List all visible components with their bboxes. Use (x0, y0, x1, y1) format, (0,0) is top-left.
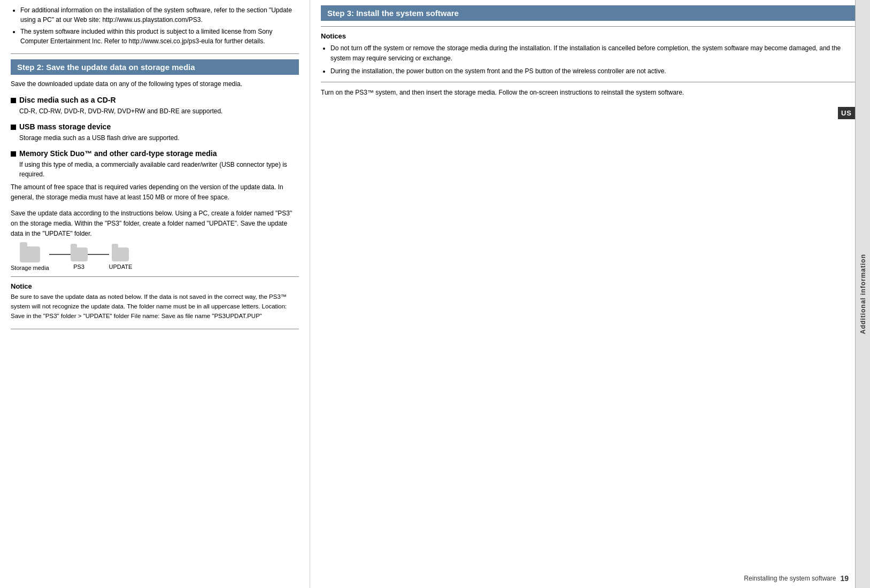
folder-label-storage: Storage media (11, 265, 49, 271)
page-footer: Reinstalling the system software 19 (744, 574, 849, 583)
folder-icon-update (112, 247, 129, 261)
folder-label-ps3: PS3 (73, 264, 84, 270)
sidebar-tab-text: Additional information (859, 254, 867, 334)
sidebar-tab: Additional information (855, 0, 870, 588)
body-text-1: The amount of free space that is require… (11, 182, 299, 203)
page-label: Reinstalling the system software (744, 575, 836, 582)
section2-sub: Storage media such as a USB flash drive … (19, 133, 299, 143)
section3-heading: Memory Stick Duo™ and other card-type st… (11, 149, 299, 158)
step3-banner: Step 3: Install the system software (321, 5, 859, 21)
divider-right-2 (321, 82, 859, 82)
intro-bullets: For additional information on the instal… (11, 5, 299, 46)
connector-2 (88, 254, 109, 255)
right-notices: Do not turn off the system or remove the… (321, 43, 859, 76)
bullet-icon-2 (11, 125, 16, 130)
notice-title: Notice (11, 282, 299, 290)
folder-item-storage: Storage media (11, 246, 49, 271)
intro-bullet-1: For additional information on the instal… (20, 5, 299, 25)
body-text-2: Save the update data according to the in… (11, 208, 299, 239)
section3-heading-text: Memory Stick Duo™ and other card-type st… (19, 149, 217, 158)
divider-1 (11, 53, 299, 54)
main-content: For additional information on the instal… (0, 0, 870, 588)
section2-heading-text: USB mass storage device (19, 122, 111, 131)
page-number: 19 (840, 574, 849, 583)
folder-diagram: Storage media PS3 UPDATE (11, 246, 299, 271)
notices-heading: Notices (321, 32, 859, 40)
intro-bullet-2: The system software included within this… (20, 27, 299, 46)
closing-text: Turn on the PS3™ system, and then insert… (321, 88, 859, 98)
divider-2 (11, 276, 299, 277)
connector-1 (49, 254, 71, 255)
section1-sub: CD-R, CD-RW, DVD-R, DVD-RW, DVD+RW and B… (19, 106, 299, 116)
folder-icon-storage (20, 246, 40, 262)
section2-heading: USB mass storage device (11, 122, 299, 131)
folder-icon-ps3 (71, 247, 88, 261)
us-badge: US (838, 107, 855, 119)
bullet-icon-3 (11, 151, 16, 157)
section1-heading: Disc media such as a CD-R (11, 96, 299, 104)
section3-sub: If using this type of media, a commercia… (19, 160, 299, 179)
notice-body: Be sure to save the update data as noted… (11, 292, 299, 321)
notice-section: Notice Be sure to save the update data a… (11, 282, 299, 321)
folder-label-update: UPDATE (109, 264, 133, 270)
intro-text: Save the downloaded update data on any o… (11, 79, 299, 89)
step2-banner: Step 2: Save the update data on storage … (11, 59, 299, 75)
right-column: Step 3: Install the system software Noti… (310, 0, 870, 588)
bullet-icon-1 (11, 98, 16, 103)
folder-item-ps3: PS3 (71, 247, 88, 270)
folder-item-update: UPDATE (109, 247, 133, 270)
divider-right-1 (321, 26, 859, 27)
left-column: For additional information on the instal… (0, 0, 310, 588)
divider-3 (11, 329, 299, 329)
section1-heading-text: Disc media such as a CD-R (19, 96, 116, 104)
notice-item-1: Do not turn off the system or remove the… (330, 43, 859, 63)
notice-item-2: During the installation, the power butto… (330, 66, 859, 76)
